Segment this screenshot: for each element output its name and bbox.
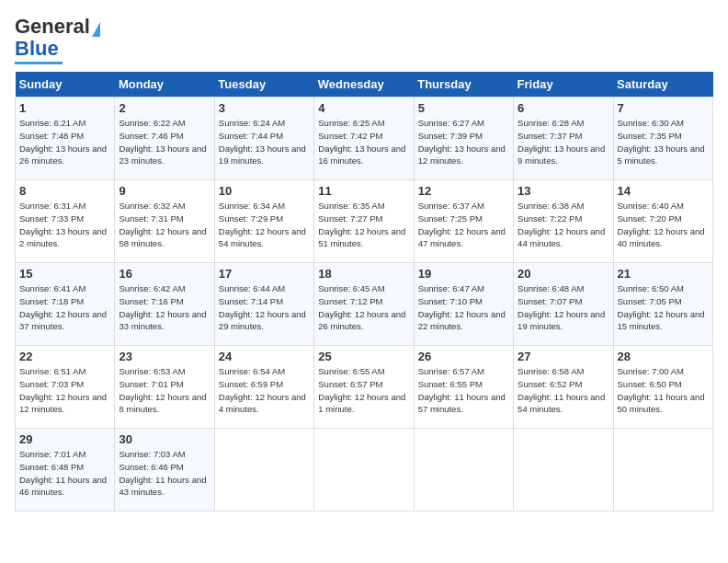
calendar-cell-16: 16Sunrise: 6:42 AMSunset: 7:16 PMDayligh… [115, 263, 214, 346]
day-detail: Sunrise: 6:38 AMSunset: 7:22 PMDaylight:… [518, 200, 609, 250]
calendar-cell-19: 19Sunrise: 6:47 AMSunset: 7:10 PMDayligh… [414, 263, 513, 346]
calendar-cell-5: 5Sunrise: 6:27 AMSunset: 7:39 PMDaylight… [414, 98, 513, 180]
day-detail: Sunrise: 7:00 AMSunset: 6:50 PMDaylight:… [618, 365, 709, 416]
day-number: 26 [418, 350, 509, 363]
day-detail: Sunrise: 7:03 AMSunset: 6:46 PMDaylight:… [119, 448, 210, 499]
day-number: 29 [19, 432, 110, 446]
calendar-cell-23: 23Sunrise: 6:53 AMSunset: 7:01 PMDayligh… [115, 346, 214, 429]
day-detail: Sunrise: 6:50 AMSunset: 7:05 PMDaylight:… [618, 282, 709, 333]
calendar-cell-4: 4Sunrise: 6:25 AMSunset: 7:42 PMDaylight… [314, 98, 414, 180]
calendar-cell-26: 26Sunrise: 6:57 AMSunset: 6:55 PMDayligh… [414, 346, 513, 429]
day-detail: Sunrise: 6:30 AMSunset: 7:35 PMDaylight:… [618, 117, 709, 167]
col-header-friday: Friday [514, 72, 613, 98]
calendar-cell-29: 29Sunrise: 7:01 AMSunset: 6:48 PMDayligh… [16, 429, 115, 511]
logo-general: General [15, 15, 90, 39]
col-header-wednesday: Wednesday [314, 72, 414, 98]
col-header-monday: Monday [115, 72, 214, 98]
col-header-thursday: Thursday [414, 72, 513, 98]
day-detail: Sunrise: 6:25 AMSunset: 7:42 PMDaylight:… [318, 117, 409, 167]
calendar-cell-24: 24Sunrise: 6:54 AMSunset: 6:59 PMDayligh… [214, 346, 313, 429]
day-detail: Sunrise: 6:51 AMSunset: 7:03 PMDaylight:… [19, 365, 110, 416]
day-number: 28 [618, 350, 709, 363]
calendar-cell-12: 12Sunrise: 6:37 AMSunset: 7:25 PMDayligh… [414, 180, 513, 263]
day-detail: Sunrise: 6:31 AMSunset: 7:33 PMDaylight:… [19, 200, 110, 250]
calendar-cell-21: 21Sunrise: 6:50 AMSunset: 7:05 PMDayligh… [613, 263, 712, 346]
day-detail: Sunrise: 6:27 AMSunset: 7:39 PMDaylight:… [418, 117, 509, 167]
calendar-cell-9: 9Sunrise: 6:32 AMSunset: 7:31 PMDaylight… [115, 180, 214, 263]
logo-triangle-icon [92, 22, 100, 37]
day-number: 7 [618, 101, 709, 115]
empty-cell [314, 429, 414, 511]
day-number: 10 [219, 184, 310, 198]
day-number: 5 [418, 101, 509, 115]
day-number: 4 [318, 101, 409, 115]
calendar-cell-25: 25Sunrise: 6:55 AMSunset: 6:57 PMDayligh… [314, 346, 414, 429]
day-number: 23 [119, 350, 210, 363]
day-number: 14 [618, 184, 709, 198]
day-detail: Sunrise: 6:35 AMSunset: 7:27 PMDaylight:… [318, 200, 409, 250]
day-number: 22 [19, 350, 110, 363]
calendar-cell-10: 10Sunrise: 6:34 AMSunset: 7:29 PMDayligh… [214, 180, 313, 263]
day-number: 27 [518, 350, 609, 363]
calendar-cell-11: 11Sunrise: 6:35 AMSunset: 7:27 PMDayligh… [314, 180, 414, 263]
col-header-sunday: Sunday [16, 72, 115, 98]
day-number: 30 [119, 432, 210, 446]
empty-cell [214, 429, 313, 511]
day-number: 13 [518, 184, 609, 198]
col-header-saturday: Saturday [613, 72, 712, 98]
day-number: 6 [518, 101, 609, 115]
calendar-cell-2: 2Sunrise: 6:22 AMSunset: 7:46 PMDaylight… [115, 98, 214, 180]
empty-cell [613, 429, 712, 511]
day-number: 3 [219, 101, 310, 115]
day-detail: Sunrise: 6:24 AMSunset: 7:44 PMDaylight:… [219, 117, 310, 167]
calendar-cell-3: 3Sunrise: 6:24 AMSunset: 7:44 PMDaylight… [214, 98, 313, 180]
calendar-cell-17: 17Sunrise: 6:44 AMSunset: 7:14 PMDayligh… [214, 263, 313, 346]
day-number: 1 [19, 101, 110, 115]
calendar-cell-22: 22Sunrise: 6:51 AMSunset: 7:03 PMDayligh… [16, 346, 115, 429]
day-detail: Sunrise: 6:58 AMSunset: 6:52 PMDaylight:… [518, 365, 609, 416]
calendar-cell-6: 6Sunrise: 6:28 AMSunset: 7:37 PMDaylight… [514, 98, 613, 180]
day-number: 20 [518, 267, 609, 281]
day-number: 16 [119, 267, 210, 281]
day-detail: Sunrise: 6:21 AMSunset: 7:48 PMDaylight:… [19, 117, 110, 167]
empty-cell [414, 429, 513, 511]
day-detail: Sunrise: 6:41 AMSunset: 7:18 PMDaylight:… [19, 282, 110, 333]
day-number: 8 [19, 184, 110, 198]
calendar-cell-27: 27Sunrise: 6:58 AMSunset: 6:52 PMDayligh… [514, 346, 613, 429]
day-detail: Sunrise: 6:45 AMSunset: 7:12 PMDaylight:… [318, 282, 409, 333]
day-number: 18 [318, 267, 409, 281]
day-detail: Sunrise: 6:48 AMSunset: 7:07 PMDaylight:… [518, 282, 609, 333]
calendar-cell-28: 28Sunrise: 7:00 AMSunset: 6:50 PMDayligh… [613, 346, 712, 429]
day-detail: Sunrise: 6:57 AMSunset: 6:55 PMDaylight:… [418, 365, 509, 416]
day-detail: Sunrise: 6:37 AMSunset: 7:25 PMDaylight:… [418, 200, 509, 250]
calendar-cell-14: 14Sunrise: 6:40 AMSunset: 7:20 PMDayligh… [613, 180, 712, 263]
logo-underline [15, 62, 63, 64]
day-detail: Sunrise: 6:47 AMSunset: 7:10 PMDaylight:… [418, 282, 509, 333]
logo: General Blue [15, 15, 100, 64]
day-number: 19 [418, 267, 509, 281]
col-header-tuesday: Tuesday [214, 72, 313, 98]
day-number: 11 [318, 184, 409, 198]
day-number: 17 [219, 267, 310, 281]
calendar-cell-13: 13Sunrise: 6:38 AMSunset: 7:22 PMDayligh… [514, 180, 613, 263]
day-number: 25 [318, 350, 409, 363]
day-number: 15 [19, 267, 110, 281]
calendar-cell-20: 20Sunrise: 6:48 AMSunset: 7:07 PMDayligh… [514, 263, 613, 346]
calendar-cell-1: 1Sunrise: 6:21 AMSunset: 7:48 PMDaylight… [16, 98, 115, 180]
day-detail: Sunrise: 7:01 AMSunset: 6:48 PMDaylight:… [19, 448, 110, 499]
calendar-cell-15: 15Sunrise: 6:41 AMSunset: 7:18 PMDayligh… [16, 263, 115, 346]
empty-cell [514, 429, 613, 511]
day-detail: Sunrise: 6:44 AMSunset: 7:14 PMDaylight:… [219, 282, 310, 333]
logo-blue: Blue [15, 37, 59, 61]
day-number: 9 [119, 184, 210, 198]
day-detail: Sunrise: 6:28 AMSunset: 7:37 PMDaylight:… [518, 117, 609, 167]
day-number: 12 [418, 184, 509, 198]
day-detail: Sunrise: 6:53 AMSunset: 7:01 PMDaylight:… [119, 365, 210, 416]
calendar-cell-8: 8Sunrise: 6:31 AMSunset: 7:33 PMDaylight… [16, 180, 115, 263]
day-detail: Sunrise: 6:55 AMSunset: 6:57 PMDaylight:… [318, 365, 409, 416]
calendar-table: SundayMondayTuesdayWednesdayThursdayFrid… [15, 72, 713, 511]
calendar-cell-30: 30Sunrise: 7:03 AMSunset: 6:46 PMDayligh… [115, 429, 214, 511]
calendar-cell-7: 7Sunrise: 6:30 AMSunset: 7:35 PMDaylight… [613, 98, 712, 180]
day-detail: Sunrise: 6:34 AMSunset: 7:29 PMDaylight:… [219, 200, 310, 250]
day-detail: Sunrise: 6:42 AMSunset: 7:16 PMDaylight:… [119, 282, 210, 333]
